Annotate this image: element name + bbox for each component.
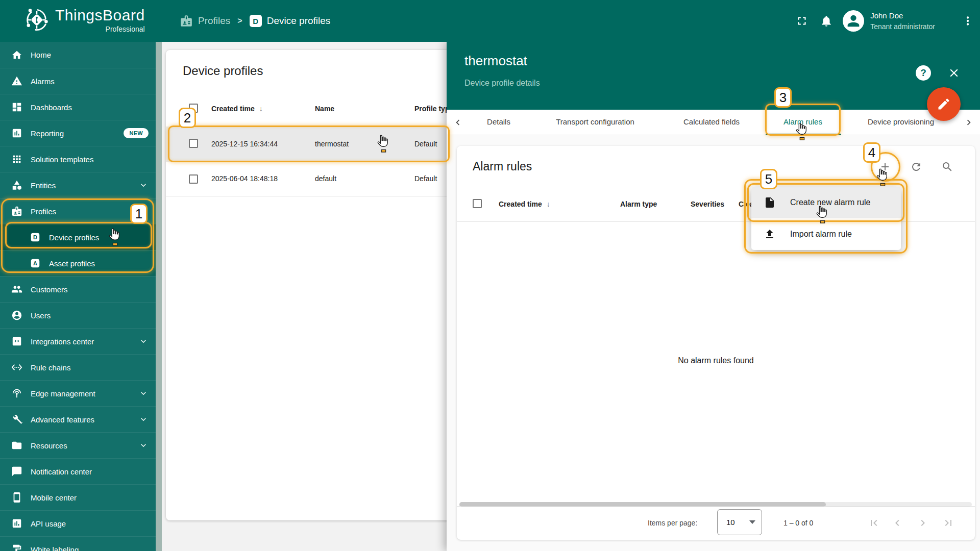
pencil-icon: [937, 97, 951, 111]
antenna-icon: [11, 388, 22, 399]
breadcrumb-device-profiles[interactable]: D Device profiles: [250, 15, 331, 27]
sidebar-item-resources[interactable]: Resources: [0, 432, 156, 458]
rule-chain-icon: [11, 362, 22, 373]
sidebar-item-label: Users: [31, 311, 51, 320]
sidebar-item-label: Asset profiles: [49, 259, 95, 268]
help-button[interactable]: ?: [916, 65, 931, 81]
breadcrumb-label: Device profiles: [267, 15, 331, 27]
user-info[interactable]: John Doe Tenant administrator: [870, 10, 935, 32]
refresh-button[interactable]: [910, 161, 922, 173]
sidebar-item-entities[interactable]: Entities: [0, 172, 156, 198]
help-icon: ?: [920, 67, 926, 79]
sidebar-item-white-labeling[interactable]: White labeling: [0, 536, 156, 551]
sidebar-item-alarms[interactable]: Alarms: [0, 68, 156, 94]
select-dropdown-icon: [749, 520, 755, 524]
user-avatar[interactable]: [843, 10, 864, 32]
tabs-scroll-right-icon[interactable]: [963, 117, 974, 128]
cell-profile-type: Default: [414, 174, 437, 183]
chevron-down-icon: [138, 180, 149, 190]
sidebar-item-notification-center[interactable]: Notification center: [0, 458, 156, 484]
pagination-divider: [457, 506, 975, 507]
chevron-down-icon: [138, 388, 149, 398]
cell-profile-type: Default: [414, 140, 437, 148]
step-badge-2: 2: [179, 108, 196, 128]
column-created-time[interactable]: Created time↓: [211, 105, 263, 113]
column-created-time[interactable]: Created time↓: [499, 200, 550, 208]
last-page-button[interactable]: [942, 517, 954, 529]
tab-device-provisioning[interactable]: Device provisioning: [868, 117, 934, 126]
sort-desc-icon: ↓: [547, 200, 550, 208]
category-icon: [11, 180, 22, 191]
warning-icon: [11, 76, 22, 87]
items-per-page-select[interactable]: 10: [717, 509, 762, 535]
next-page-button[interactable]: [917, 517, 929, 529]
fullscreen-button[interactable]: [790, 9, 814, 33]
sidebar-item-asset-profiles[interactable]: A Asset profiles: [0, 250, 156, 276]
sidebar-nav: Home Alarms Dashboards Reporting NEW Sol…: [0, 42, 156, 551]
sidebar-item-api-usage[interactable]: API usage: [0, 510, 156, 536]
svg-text:A: A: [33, 260, 37, 266]
folder-icon: [11, 440, 22, 451]
previous-page-button[interactable]: [891, 517, 903, 529]
sidebar-item-advanced-features[interactable]: Advanced features: [0, 406, 156, 432]
search-button[interactable]: [941, 161, 953, 173]
home-icon: [11, 49, 22, 61]
row-checkbox[interactable]: [189, 174, 198, 184]
sidebar-item-edge-management[interactable]: Edge management: [0, 380, 156, 406]
tab-details[interactable]: Details: [487, 117, 510, 126]
notifications-button[interactable]: [814, 9, 839, 33]
sidebar-item-mobile-center[interactable]: Mobile center: [0, 484, 156, 510]
drawer-title: thermostat: [464, 53, 527, 69]
items-per-page-value: 10: [726, 518, 735, 527]
tab-alarm-rules[interactable]: Alarm rules: [783, 117, 822, 126]
app-logo[interactable]: ThingsBoard Professional: [23, 7, 145, 33]
badge-icon: [180, 14, 193, 28]
first-page-button[interactable]: [868, 517, 880, 529]
row-checkbox[interactable]: [189, 139, 198, 148]
drawer-tabs: Details Transport configuration Calculat…: [447, 110, 980, 135]
more-menu-button[interactable]: [955, 9, 980, 33]
sidebar-item-label: Device profiles: [49, 233, 99, 242]
integration-icon: [11, 336, 22, 347]
menu-item-label: Import alarm rule: [790, 230, 852, 239]
cell-created-time: 2025-12-15 16:34:44: [211, 140, 278, 148]
chevron-down-icon: [138, 440, 149, 450]
people-icon: [11, 284, 22, 295]
sidebar-item-home[interactable]: Home: [0, 42, 156, 68]
select-all-checkbox[interactable]: [473, 199, 482, 208]
edit-fab-button[interactable]: [927, 87, 961, 121]
column-severities[interactable]: Severities: [691, 200, 724, 208]
api-chart-icon: [11, 518, 22, 529]
cell-name: thermostat: [315, 140, 349, 148]
sidebar-item-device-profiles[interactable]: D Device profiles: [0, 224, 156, 250]
breadcrumb: Profiles > D Device profiles: [180, 0, 330, 42]
breadcrumb-label: Profiles: [198, 15, 230, 27]
tab-calculated-fields[interactable]: Calculated fields: [683, 117, 740, 126]
app-edition: Professional: [106, 25, 145, 33]
sidebar-item-users[interactable]: Users: [0, 302, 156, 328]
close-icon[interactable]: [947, 66, 961, 80]
sidebar-item-dashboards[interactable]: Dashboards: [0, 94, 156, 120]
badge-icon: [11, 206, 22, 217]
letter-a-icon: A: [30, 258, 41, 269]
tab-transport-configuration[interactable]: Transport configuration: [556, 117, 634, 126]
breadcrumb-profiles[interactable]: Profiles: [180, 14, 230, 28]
menu-item-create-new-alarm-rule[interactable]: Create new alarm rule: [751, 187, 901, 218]
sidebar-item-solution-templates[interactable]: Solution templates: [0, 146, 156, 172]
add-alarm-rule-button[interactable]: [879, 161, 891, 173]
step-badge-1: 1: [130, 204, 148, 224]
sidebar-item-integrations-center[interactable]: Integrations center: [0, 328, 156, 354]
app-name: ThingsBoard: [55, 7, 145, 24]
column-name[interactable]: Name: [315, 105, 334, 113]
drawer-subtitle: Device profile details: [464, 79, 540, 88]
active-tab-indicator: [766, 134, 841, 135]
sidebar-item-label: Resources: [31, 441, 67, 450]
kebab-menu-icon: [961, 14, 974, 28]
sidebar-item-reporting[interactable]: Reporting NEW: [0, 120, 156, 146]
sidebar-item-rule-chains[interactable]: Rule chains: [0, 354, 156, 380]
sidebar-item-customers[interactable]: Customers: [0, 276, 156, 302]
sidebar-item-label: Home: [31, 51, 51, 59]
tabs-scroll-left-icon[interactable]: [452, 117, 463, 128]
menu-item-import-alarm-rule[interactable]: Import alarm rule: [751, 218, 901, 250]
column-alarm-type[interactable]: Alarm type: [620, 200, 657, 208]
